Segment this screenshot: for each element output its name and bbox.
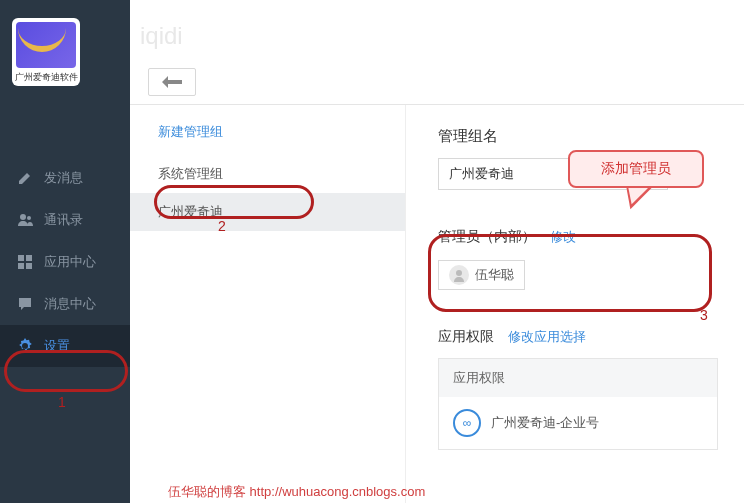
sidebar-item-settings[interactable]: 设置	[0, 325, 130, 367]
group-item-guangzhou[interactable]: 广州爱奇迪	[130, 193, 405, 231]
content-area: 新建管理组 系统管理组 广州爱奇迪 管理组名 管理员（内部） 修改 伍华聪	[130, 60, 744, 503]
top-bar	[130, 60, 744, 105]
watermark-text: 伍华聪的博客 http://wuhuacong.cnblogs.com	[168, 483, 425, 501]
sidebar-item-label: 设置	[44, 337, 70, 355]
message-icon	[16, 295, 34, 313]
admin-section-title: 管理员（内部）	[438, 228, 536, 246]
permission-box-header: 应用权限	[439, 359, 717, 397]
modify-permission-link[interactable]: 修改应用选择	[508, 328, 586, 346]
group-item-system[interactable]: 系统管理组	[130, 155, 405, 193]
edit-icon	[16, 169, 34, 187]
annotation-label-3: 3	[700, 307, 708, 323]
svg-rect-3	[26, 255, 32, 261]
logo-text: 广州爱奇迪软件	[12, 71, 80, 84]
sidebar-item-label: 发消息	[44, 169, 83, 187]
sidebar-item-label: 应用中心	[44, 253, 96, 271]
arrow-left-icon	[162, 76, 182, 88]
link-icon: ∞	[453, 409, 481, 437]
group-name-title: 管理组名	[438, 127, 744, 146]
annotation-label-1: 1	[58, 394, 66, 410]
admin-member-name: 伍华聪	[475, 266, 514, 284]
new-group-link[interactable]: 新建管理组	[130, 123, 405, 155]
annotation-callout: 添加管理员	[568, 150, 704, 188]
sidebar-item-send-message[interactable]: 发消息	[0, 157, 130, 199]
annotation-label-2: 2	[218, 218, 226, 234]
left-sidebar: 广州爱奇迪软件 发消息 通讯录 应用中心 消息中心 设置	[0, 0, 130, 503]
svg-point-6	[456, 270, 462, 276]
permission-item-label: 广州爱奇迪-企业号	[491, 414, 599, 432]
contacts-icon	[16, 211, 34, 229]
back-button[interactable]	[148, 68, 196, 96]
sidebar-item-messages[interactable]: 消息中心	[0, 283, 130, 325]
sidebar-menu: 发消息 通讯录 应用中心 消息中心 设置	[0, 157, 130, 367]
permission-item[interactable]: ∞ 广州爱奇迪-企业号	[439, 397, 717, 449]
svg-rect-2	[18, 255, 24, 261]
apps-icon	[16, 253, 34, 271]
admin-member-tag[interactable]: 伍华聪	[438, 260, 525, 290]
avatar-icon	[449, 265, 469, 285]
page-title: iqidi	[140, 22, 183, 50]
group-list-panel: 新建管理组 系统管理组 广州爱奇迪	[130, 105, 405, 503]
sidebar-item-label: 消息中心	[44, 295, 96, 313]
permission-section-title: 应用权限	[438, 328, 494, 346]
svg-point-0	[20, 214, 26, 220]
svg-rect-5	[26, 263, 32, 269]
app-logo[interactable]: 广州爱奇迪软件	[12, 18, 80, 86]
sidebar-item-app-center[interactable]: 应用中心	[0, 241, 130, 283]
logo-area: 广州爱奇迪软件	[0, 0, 130, 97]
sidebar-item-contacts[interactable]: 通讯录	[0, 199, 130, 241]
svg-point-1	[27, 216, 31, 220]
permission-box: 应用权限 ∞ 广州爱奇迪-企业号	[438, 358, 718, 450]
sidebar-item-label: 通讯录	[44, 211, 83, 229]
gear-icon	[16, 337, 34, 355]
svg-rect-4	[18, 263, 24, 269]
modify-admin-link[interactable]: 修改	[550, 228, 576, 246]
